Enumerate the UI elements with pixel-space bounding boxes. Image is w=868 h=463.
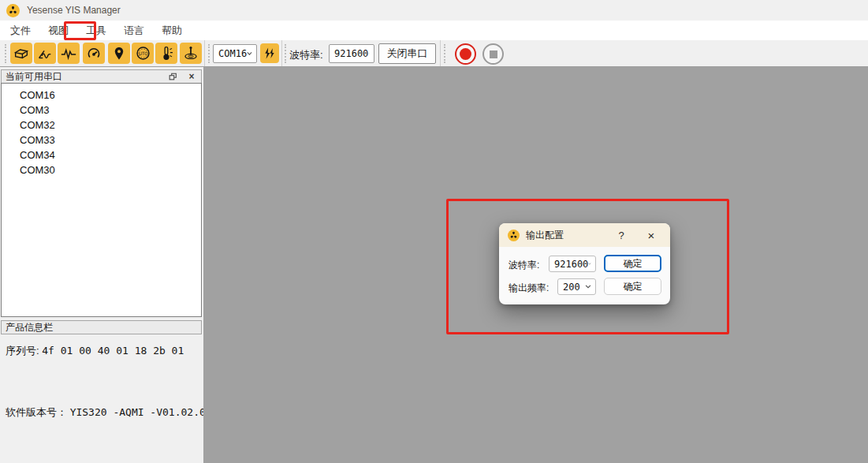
- ports-panel-header: 当前可用串口 ×: [1, 69, 202, 84]
- port-list-item[interactable]: COM34: [2, 147, 201, 162]
- output-config-dialog: 输出配置 ? × 波特率: 921600 确定 输出频率: 200 确定: [499, 223, 670, 304]
- baud-rate-label: 波特率:: [289, 48, 323, 62]
- toolbar-drag-handle[interactable]: [208, 44, 210, 63]
- calibration-pin-icon: [182, 45, 199, 62]
- port-select-value: COM16: [218, 48, 247, 59]
- chevron-down-icon: [588, 262, 591, 266]
- menu-tools[interactable]: 工具: [79, 21, 114, 40]
- info-panel-title: 产品信息栏: [6, 321, 53, 334]
- float-panel-button[interactable]: [167, 72, 178, 82]
- svg-text:UTC: UTC: [138, 51, 147, 56]
- menu-help[interactable]: 帮助: [155, 21, 189, 40]
- serial-number-value: 4f 01 00 40 01 18 2b 01: [42, 345, 184, 357]
- record-button[interactable]: [455, 43, 476, 65]
- serial-number-line: 序列号: 4f 01 00 40 01 18 2b 01: [6, 344, 184, 358]
- stop-button[interactable]: [482, 43, 504, 65]
- toolbar-drag-handle[interactable]: [444, 44, 445, 63]
- dialog-freq-select[interactable]: 200: [557, 278, 596, 295]
- port-list: COM16 COM3 COM32 COM33 COM34 COM30: [1, 83, 202, 317]
- toolbar: UTC COM16: [0, 40, 868, 67]
- angle-wave-icon: [36, 46, 54, 62]
- toolbar-separator: [204, 40, 205, 66]
- thermometer-icon: [158, 45, 175, 62]
- close-panel-icon: ×: [188, 72, 194, 81]
- menu-file[interactable]: 文件: [3, 21, 38, 40]
- menu-view[interactable]: 视图: [41, 21, 76, 40]
- dialog-freq-value: 200: [563, 282, 580, 293]
- toolbar-drag-handle[interactable]: [5, 44, 6, 63]
- tool-gauge-button[interactable]: [83, 43, 105, 64]
- close-serial-port-button[interactable]: 关闭串口: [378, 43, 436, 64]
- dialog-baud-select[interactable]: 921600: [549, 256, 596, 272]
- left-dock: 当前可用串口 × COM16 COM3 COM32 COM33 COM34 CO…: [0, 67, 203, 463]
- dialog-baud-label: 波特率:: [509, 259, 539, 272]
- lightning-refresh-icon: [263, 47, 277, 61]
- app-logo-icon: [6, 4, 20, 17]
- refresh-ports-button[interactable]: [260, 43, 279, 63]
- software-version-label: 软件版本号：: [6, 406, 67, 418]
- title-bar: Yesense YIS Manager: [0, 0, 868, 21]
- dialog-baud-ok-button[interactable]: 确定: [604, 255, 661, 272]
- location-pin-icon: [111, 46, 127, 62]
- cube-icon: [13, 46, 30, 62]
- tool-waveform-button[interactable]: [58, 43, 80, 64]
- dialog-title: 输出配置: [526, 229, 564, 242]
- dialog-help-button[interactable]: ?: [612, 223, 631, 247]
- dialog-freq-ok-button[interactable]: 确定: [604, 278, 661, 295]
- close-panel-button[interactable]: ×: [186, 72, 197, 82]
- gauge-icon: [85, 46, 102, 62]
- baud-rate-select[interactable]: 921600: [329, 44, 374, 63]
- port-list-item[interactable]: COM33: [2, 133, 201, 147]
- ports-panel-title: 当前可用串口: [6, 70, 62, 84]
- serial-number-label: 序列号:: [6, 345, 39, 357]
- stop-icon: [490, 50, 497, 58]
- float-panel-icon: [168, 72, 177, 81]
- menu-language[interactable]: 语言: [117, 21, 151, 40]
- dialog-baud-value: 921600: [554, 259, 588, 270]
- port-list-item[interactable]: COM32: [2, 118, 201, 133]
- toolbar-drag-handle[interactable]: [285, 44, 286, 63]
- record-icon: [460, 48, 471, 60]
- port-list-item[interactable]: COM30: [2, 162, 201, 177]
- tool-location-button[interactable]: [108, 43, 130, 64]
- toolbar-separator: [281, 40, 282, 66]
- app-window: Yesense YIS Manager 文件 视图 工具 语言 帮助: [0, 0, 868, 463]
- software-version-value: YIS320 -AQMI -V01.02.03;: [70, 406, 218, 418]
- window-title: Yesense YIS Manager: [27, 5, 121, 16]
- tool-temperature-button[interactable]: [155, 43, 177, 64]
- utc-clock-icon: UTC: [135, 45, 151, 62]
- tool-angle-wave-button[interactable]: [34, 43, 56, 64]
- dialog-app-icon: [507, 230, 520, 241]
- dialog-freq-label: 输出频率:: [509, 282, 549, 295]
- baud-rate-value: 921600: [334, 48, 368, 59]
- port-select[interactable]: COM16: [213, 44, 257, 63]
- dialog-close-button[interactable]: ×: [639, 223, 663, 247]
- chevron-down-icon: [368, 51, 370, 56]
- chevron-down-icon: [247, 51, 252, 56]
- port-list-item[interactable]: COM3: [2, 103, 201, 118]
- chevron-down-icon: [585, 285, 591, 289]
- port-list-item[interactable]: COM16: [2, 88, 201, 103]
- info-panel-header: 产品信息栏: [1, 320, 202, 334]
- toolbar-separator: [440, 40, 441, 66]
- tool-3d-view-button[interactable]: [10, 43, 32, 64]
- pulse-wave-icon: [60, 46, 77, 62]
- menu-bar: 文件 视图 工具 语言 帮助: [0, 21, 868, 40]
- tool-calibration-button[interactable]: [180, 43, 202, 64]
- software-version-line: 软件版本号： YIS320 -AQMI -V01.02.03;: [6, 405, 218, 420]
- tool-utc-time-button[interactable]: UTC: [132, 43, 154, 64]
